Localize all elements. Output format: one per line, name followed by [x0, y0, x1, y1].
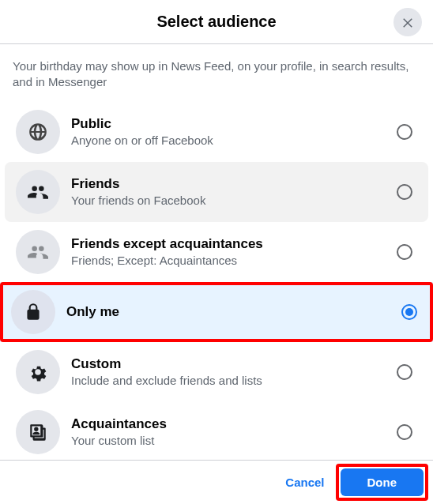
option-title: Public — [71, 116, 397, 132]
done-button-label: Done — [367, 476, 397, 489]
globe-icon — [16, 110, 60, 154]
select-audience-dialog: Select audience Your birthday may show u… — [0, 0, 433, 504]
radio-friends-except[interactable] — [397, 244, 412, 260]
done-button[interactable]: Done — [341, 468, 424, 496]
radio-acquaintances[interactable] — [397, 424, 412, 440]
list-icon — [16, 410, 60, 454]
option-subtitle: Friends; Except: Acquaintances — [71, 254, 397, 267]
friends-icon — [16, 170, 60, 214]
cancel-button[interactable]: Cancel — [274, 469, 335, 495]
option-subtitle: Your custom list — [71, 434, 397, 447]
options-scroll[interactable]: Your birthday may show up in News Feed, … — [0, 44, 433, 460]
dialog-title: Select audience — [156, 13, 276, 31]
option-custom[interactable]: Custom Include and exclude friends and l… — [5, 342, 428, 402]
gear-icon — [16, 350, 60, 394]
option-title: Friends — [71, 176, 397, 192]
option-subtitle: Include and exclude friends and lists — [71, 374, 397, 387]
friends-except-icon — [16, 230, 60, 274]
option-title: Friends except acquaintances — [71, 236, 397, 252]
option-subtitle: Your friends on Facebook — [71, 194, 397, 207]
option-acquaintances[interactable]: Acquaintances Your custom list — [5, 402, 428, 461]
option-public[interactable]: Public Anyone on or off Facebook — [5, 102, 428, 162]
option-title: Acquaintances — [71, 416, 397, 432]
option-title: Only me — [66, 304, 401, 320]
radio-only-me[interactable] — [401, 304, 417, 320]
close-icon — [401, 15, 415, 29]
radio-custom[interactable] — [397, 364, 412, 380]
option-friends-except[interactable]: Friends except acquaintances Friends; Ex… — [5, 222, 428, 282]
description-text: Your birthday may show up in News Feed, … — [0, 44, 433, 102]
radio-public[interactable] — [397, 124, 412, 140]
option-only-me[interactable]: Only me — [0, 282, 433, 342]
option-subtitle: Anyone on or off Facebook — [71, 134, 397, 147]
dialog-header: Select audience — [0, 0, 433, 44]
dialog-footer: Cancel Done — [0, 460, 433, 504]
lock-icon — [11, 290, 55, 334]
radio-friends[interactable] — [397, 184, 412, 200]
close-button[interactable] — [393, 8, 422, 36]
option-friends[interactable]: Friends Your friends on Facebook — [5, 162, 428, 222]
option-title: Custom — [71, 356, 397, 372]
